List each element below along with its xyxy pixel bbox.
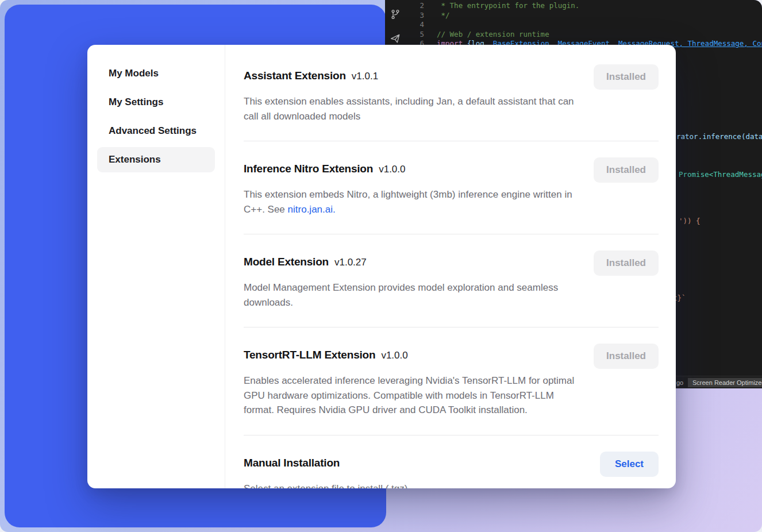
- line-number: 4: [408, 20, 424, 30]
- sidebar-item-label: My Settings: [109, 97, 163, 108]
- code-text: * The entrypoint for the plugin.: [424, 1, 579, 11]
- extension-version: v1.0.0: [381, 350, 407, 361]
- line-number: 3: [408, 11, 424, 21]
- screenshot-root: 2 * The entrypoint for the plugin. 3 */ …: [0, 0, 762, 532]
- sidebar-item-my-models[interactable]: My Models: [97, 61, 215, 86]
- editor-code-area: 2 * The entrypoint for the plugin. 3 */ …: [408, 0, 762, 49]
- installed-button[interactable]: Installed: [594, 250, 659, 276]
- extension-version: v1.0.0: [379, 164, 405, 175]
- installed-button[interactable]: Installed: [594, 157, 659, 183]
- installed-button[interactable]: Installed: [594, 64, 659, 90]
- extension-description: This extension enables assistants, inclu…: [244, 94, 577, 124]
- extension-title: Model Extension: [244, 254, 329, 270]
- extension-version: v1.0.27: [334, 257, 367, 268]
- sidebar-item-label: My Models: [109, 68, 159, 79]
- sidebar-item-label: Extensions: [109, 154, 161, 165]
- extensions-panel: Assistant Extension v1.0.1 Installed Thi…: [225, 45, 676, 488]
- extension-title: Inference Nitro Extension: [244, 161, 373, 177]
- installed-button[interactable]: Installed: [594, 344, 659, 369]
- code-line: 3 */: [408, 11, 762, 21]
- extension-description: This extension embeds Nitro, a lightweig…: [244, 187, 577, 217]
- manual-installation-section: Manual Installation Select Select an ext…: [244, 435, 659, 489]
- extension-description: Model Management Extension provides mode…: [244, 280, 577, 310]
- code-line: 2 * The entrypoint for the plugin.: [408, 1, 762, 11]
- select-file-button[interactable]: Select: [600, 452, 659, 477]
- settings-modal: My Models My Settings Advanced Settings …: [87, 45, 676, 488]
- extension-title: Assistant Extension: [244, 68, 346, 84]
- nitro-jan-ai-link[interactable]: nitro.jan.ai.: [288, 204, 336, 215]
- status-text: go: [676, 379, 683, 386]
- manual-installation-title: Manual Installation: [244, 455, 340, 471]
- code-text: // Web / extension runtime: [424, 30, 549, 40]
- extension-section-assistant: Assistant Extension v1.0.1 Installed Thi…: [244, 68, 659, 141]
- sidebar-item-label: Advanced Settings: [109, 125, 197, 137]
- code-fragment: Promise<ThreadMessage>: [679, 170, 762, 179]
- extension-version: v1.0.1: [352, 71, 378, 82]
- extension-title: TensortRT-LLM Extension: [244, 347, 375, 363]
- screen-reader-chip: Screen Reader Optimized: [688, 378, 762, 387]
- code-fragment: ')) {: [679, 217, 701, 225]
- extension-description: Enables accelerated inference leveraging…: [244, 373, 577, 418]
- send-icon: [390, 33, 401, 46]
- line-number: 5: [408, 30, 424, 40]
- code-line: 5 // Web / extension runtime: [408, 30, 762, 40]
- sidebar-item-advanced-settings[interactable]: Advanced Settings: [97, 118, 215, 144]
- code-text: */: [424, 11, 450, 21]
- code-fragment: rator.inference(data));: [676, 132, 762, 141]
- settings-sidebar: My Models My Settings Advanced Settings …: [87, 45, 225, 488]
- sidebar-item-my-settings[interactable]: My Settings: [97, 90, 215, 115]
- code-line: 4: [408, 20, 762, 30]
- code-text: [424, 20, 437, 30]
- extension-section-model: Model Extension v1.0.27 Installed Model …: [244, 234, 659, 327]
- git-branch-icon: [390, 9, 401, 22]
- manual-installation-description: Select an extension file to install (.tg…: [244, 481, 577, 489]
- sidebar-item-extensions[interactable]: Extensions: [97, 147, 215, 172]
- extension-section-inference-nitro: Inference Nitro Extension v1.0.0 Install…: [244, 141, 659, 234]
- line-number: 2: [408, 1, 424, 11]
- extension-section-tensorrt-llm: TensortRT-LLM Extension v1.0.0 Installed…: [244, 327, 659, 435]
